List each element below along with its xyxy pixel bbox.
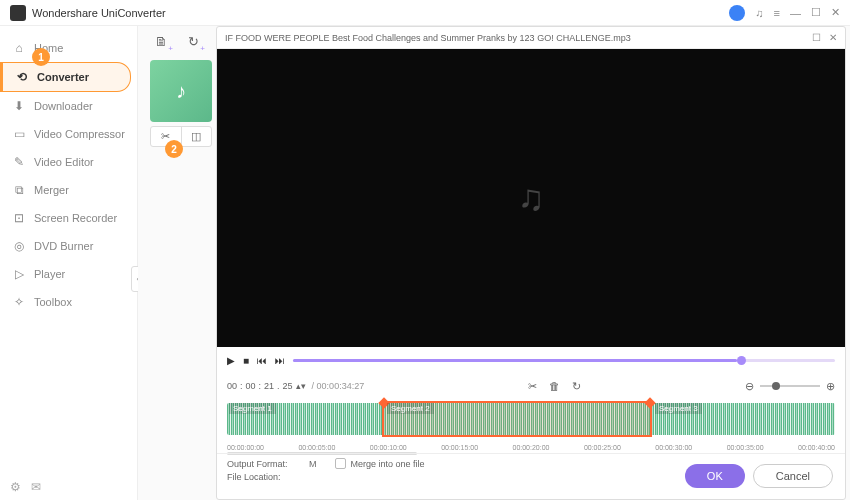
disc-icon: ◎ (12, 239, 26, 253)
progress-fill (293, 359, 737, 362)
add-file-button[interactable]: 🗎+ (150, 30, 172, 52)
mail-icon[interactable]: ✉ (31, 480, 41, 494)
sidebar-item-dvd[interactable]: ◎DVD Burner (0, 232, 137, 260)
sidebar-item-toolbox[interactable]: ✧Toolbox (0, 288, 137, 316)
close-icon[interactable]: ✕ (831, 6, 840, 19)
sidebar-item-recorder[interactable]: ⊡Screen Recorder (0, 204, 137, 232)
sidebar-item-label: Player (34, 268, 65, 280)
time-ticks: 00:00:00:00 00:00:05:00 00:00:10:00 00:0… (227, 444, 835, 451)
sidebar-item-label: Toolbox (34, 296, 72, 308)
sidebar-item-editor[interactable]: ✎Video Editor (0, 148, 137, 176)
preview-area: ♫ (217, 49, 845, 347)
segment-label: Segment 1 (229, 403, 276, 414)
duration-label: / 00:00:34:27 (312, 381, 365, 391)
tick: 00:00:10:00 (370, 444, 407, 451)
minimize-icon[interactable]: — (790, 7, 801, 19)
merge-icon: ⧉ (12, 183, 26, 197)
settings-icon[interactable]: ⚙ (10, 480, 21, 494)
cancel-button[interactable]: Cancel (753, 464, 833, 488)
reset-button[interactable]: ↻ (572, 380, 581, 393)
sidebar-item-label: Converter (37, 71, 89, 83)
download-icon: ⬇ (12, 99, 26, 113)
delete-button[interactable]: 🗑 (549, 380, 560, 393)
menu-icon[interactable]: ≡ (774, 7, 780, 19)
toolbox-icon: ✧ (12, 295, 26, 309)
sidebar-item-player[interactable]: ▷Player (0, 260, 137, 288)
segment-label: Segment 3 (655, 403, 702, 414)
sidebar-item-label: Screen Recorder (34, 212, 117, 224)
sidebar-item-home[interactable]: ⌂Home (0, 34, 137, 62)
sidebar-item-converter[interactable]: ⟲Converter (0, 62, 131, 92)
converter-icon: ⟲ (15, 70, 29, 84)
step-badge-1: 1 (32, 48, 50, 66)
zoom-out-icon[interactable]: ⊖ (745, 380, 754, 393)
home-icon: ⌂ (12, 41, 26, 55)
editor-maximize-icon[interactable]: ☐ (812, 32, 821, 43)
titlebar: Wondershare UniConverter ♫ ≡ — ☐ ✕ (0, 0, 850, 26)
app-logo (10, 5, 26, 21)
app-title: Wondershare UniConverter (32, 7, 729, 19)
merge-label: Merge into one file (351, 459, 425, 469)
sidebar-item-label: Video Editor (34, 156, 94, 168)
zoom-knob[interactable] (772, 382, 780, 390)
time-mm: 00 (246, 381, 256, 391)
file-location-label: File Location: (227, 472, 301, 482)
tick: 00:00:25:00 (584, 444, 621, 451)
time-ss: 21 (264, 381, 274, 391)
crop-button[interactable]: ◫ (182, 127, 212, 146)
step-badge-2: 2 (165, 140, 183, 158)
file-card[interactable]: ♪ ✂ ◫ (150, 60, 212, 147)
sidebar-item-merger[interactable]: ⧉Merger (0, 176, 137, 204)
compress-icon: ▭ (12, 127, 26, 141)
maximize-icon[interactable]: ☐ (811, 6, 821, 19)
ok-button[interactable]: OK (685, 464, 745, 488)
play-icon: ▷ (12, 267, 26, 281)
file-thumbnail: ♪ (150, 60, 212, 122)
time-input[interactable]: 00: 00: 21. 25 ▴▾ (227, 381, 306, 391)
tick: 00:00:00:00 (227, 444, 264, 451)
editor-filename: IF FOOD WERE PEOPLE Best Food Challenges… (225, 33, 804, 43)
play-button[interactable]: ▶ (227, 355, 235, 366)
trim-editor-panel: IF FOOD WERE PEOPLE Best Food Challenges… (216, 26, 846, 500)
output-format-label: Output Format: (227, 459, 301, 469)
screen-icon: ⊡ (12, 211, 26, 225)
edit-icon: ✎ (12, 155, 26, 169)
sidebar-item-label: Downloader (34, 100, 93, 112)
segment-label: Segment 2 (387, 403, 434, 414)
sidebar-item-label: DVD Burner (34, 240, 93, 252)
merge-checkbox[interactable] (335, 458, 346, 469)
tick: 00:00:40:00 (798, 444, 835, 451)
next-button[interactable]: ⏭ (275, 355, 285, 366)
tick: 00:00:20:00 (513, 444, 550, 451)
zoom-slider[interactable] (760, 385, 820, 387)
window-controls: ♫ ≡ — ☐ ✕ (729, 5, 840, 21)
progress-knob[interactable] (737, 356, 746, 365)
sidebar-item-label: Merger (34, 184, 69, 196)
progress-bar[interactable] (293, 359, 835, 362)
avatar-icon[interactable] (729, 5, 745, 21)
add-folder-button[interactable]: ↻+ (182, 30, 204, 52)
editor-close-icon[interactable]: ✕ (829, 32, 837, 43)
music-note-icon: ♫ (518, 177, 545, 219)
tick: 00:00:30:00 (655, 444, 692, 451)
editor-footer: Output Format: M Merge into one file Fil… (217, 453, 845, 499)
time-ff: 25 (283, 381, 293, 391)
output-format-value[interactable]: M (309, 459, 317, 469)
sidebar-item-label: Video Compressor (34, 128, 125, 140)
time-hh: 00 (227, 381, 237, 391)
timeline[interactable]: Segment 1 Segment 2 Segment 3 00:00:00:0… (217, 399, 845, 453)
time-stepper-icon[interactable]: ▴▾ (296, 381, 306, 391)
tick: 00:00:05:00 (298, 444, 335, 451)
playback-controls: ▶ ■ ⏮ ⏭ (217, 347, 845, 373)
prev-button[interactable]: ⏮ (257, 355, 267, 366)
tick: 00:00:35:00 (727, 444, 764, 451)
stop-button[interactable]: ■ (243, 355, 249, 366)
sidebar-item-compressor[interactable]: ▭Video Compressor (0, 120, 137, 148)
tick: 00:00:15:00 (441, 444, 478, 451)
sidebar-item-downloader[interactable]: ⬇Downloader (0, 92, 137, 120)
sidebar: ⌂Home ⟲Converter ⬇Downloader ▭Video Comp… (0, 26, 138, 500)
content-area: 🗎+ ↻+ ♪ ✂ ◫ IF FOOD WERE PEOPLE Best Foo… (138, 26, 850, 500)
zoom-in-icon[interactable]: ⊕ (826, 380, 835, 393)
headset-icon[interactable]: ♫ (755, 7, 763, 19)
cut-button[interactable]: ✂ (528, 380, 537, 393)
